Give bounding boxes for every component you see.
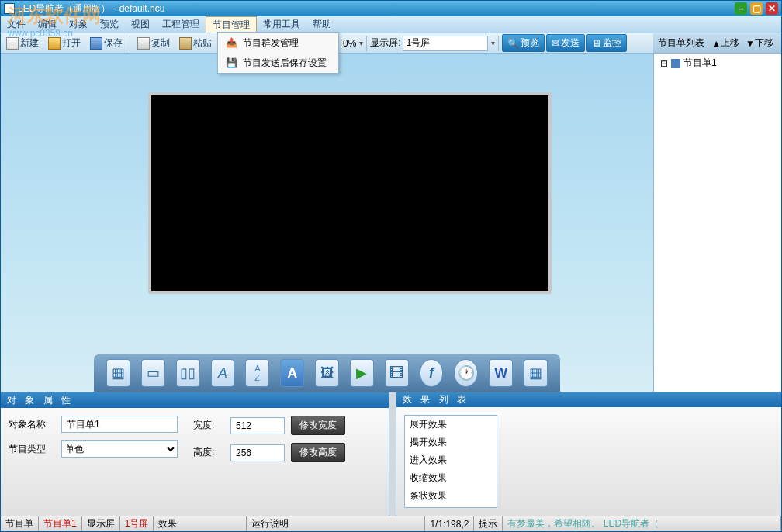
word-icon[interactable]: W bbox=[489, 359, 513, 387]
save-button[interactable]: 保存 bbox=[86, 34, 126, 52]
menu-help[interactable]: 帮助 bbox=[306, 16, 337, 33]
height-input[interactable] bbox=[230, 444, 285, 461]
envelope-icon: ✉ bbox=[552, 38, 559, 49]
new-button[interactable]: 新建 bbox=[2, 34, 43, 52]
main-area: ▦ ▭ ▯▯ A AZ A 🖼 ▶ 🎞 f 🕐 W ▦ ⊟ 节目单1 bbox=[1, 54, 781, 392]
status-effect: 效果 bbox=[154, 516, 247, 531]
menu-program[interactable]: 节目管理 bbox=[206, 16, 257, 33]
new-icon bbox=[6, 37, 19, 50]
move-down-button[interactable]: ▼下移 bbox=[742, 36, 777, 50]
chevron-down-icon[interactable]: ▾ bbox=[491, 39, 495, 47]
zoom-value: 0% bbox=[343, 38, 356, 49]
status-program-value: 节目单1 bbox=[39, 516, 82, 531]
status-marquee: 有梦最美，希望相随。 LED导航者（ bbox=[503, 516, 781, 531]
bottom-panels: 对 象 属 性 对象名称 节目类型 单色 宽 bbox=[1, 392, 781, 516]
window-title: LED导航者（通用版） --default.ncu bbox=[18, 2, 735, 16]
copy-icon bbox=[137, 37, 150, 50]
close-button[interactable]: ✕ bbox=[766, 2, 778, 15]
font-a-icon[interactable]: A bbox=[211, 359, 235, 387]
status-program-label: 节目单 bbox=[1, 516, 39, 531]
app-logo-icon bbox=[4, 3, 15, 14]
screen-select[interactable] bbox=[403, 36, 488, 51]
page-icon[interactable]: ▭ bbox=[141, 359, 165, 387]
maximize-button[interactable]: ▢ bbox=[750, 2, 763, 15]
folder-open-icon bbox=[48, 37, 61, 50]
menu-object[interactable]: 对象 bbox=[63, 16, 94, 33]
copy-button[interactable]: 复制 bbox=[133, 34, 174, 52]
paste-button[interactable]: 粘贴 bbox=[175, 34, 216, 52]
program-icon bbox=[671, 59, 680, 68]
type-select[interactable]: 单色 bbox=[61, 440, 178, 458]
led-screen-preview[interactable] bbox=[148, 92, 552, 294]
menu-item-label: 节目发送后保存设置 bbox=[243, 57, 327, 70]
name-input[interactable] bbox=[61, 416, 178, 433]
menu-item-broadcast[interactable]: 📤 节目群发管理 bbox=[218, 33, 338, 53]
font-bold-icon[interactable]: A bbox=[280, 359, 304, 387]
menu-item-save-after-send[interactable]: 💾 节目发送后保存设置 bbox=[218, 53, 338, 73]
send-button[interactable]: ✉发送 bbox=[546, 34, 585, 52]
programlist-title: 节目单列表 bbox=[658, 36, 704, 50]
chevron-down-icon[interactable]: ▾ bbox=[359, 39, 363, 47]
save-icon bbox=[90, 37, 102, 50]
status-run-desc: 运行说明 bbox=[247, 516, 425, 531]
menu-tools[interactable]: 常用工具 bbox=[257, 16, 306, 33]
menu-project[interactable]: 工程管理 bbox=[156, 16, 206, 33]
effect-list[interactable]: 展开效果 揭开效果 进入效果 收缩效果 条状效果 滚动效果 bbox=[404, 415, 497, 508]
film-icon[interactable]: 🎞 bbox=[385, 359, 409, 387]
status-screen-value: 1号屏 bbox=[120, 516, 154, 531]
tree-item-label: 节目单1 bbox=[683, 57, 717, 70]
statusbar: 节目单 节目单1 显示屏 1号屏 效果 运行说明 1/1:198,2 提示 有梦… bbox=[1, 516, 781, 531]
status-hint-label: 提示 bbox=[474, 516, 503, 531]
type-label: 节目类型 bbox=[9, 443, 55, 456]
width-input[interactable] bbox=[230, 417, 285, 434]
status-position: 1/1:198,2 bbox=[425, 516, 474, 531]
separator bbox=[130, 36, 130, 51]
separator bbox=[498, 36, 499, 51]
menu-view[interactable]: 视图 bbox=[125, 16, 156, 33]
flash-icon[interactable]: f bbox=[420, 359, 444, 387]
book-icon[interactable]: ▯▯ bbox=[176, 359, 200, 387]
object-dock: ▦ ▭ ▯▯ A AZ A 🖼 ▶ 🎞 f 🕐 W ▦ bbox=[94, 354, 560, 392]
preview-button[interactable]: 🔍预览 bbox=[502, 34, 545, 52]
paste-icon bbox=[179, 37, 192, 50]
modify-width-button[interactable]: 修改宽度 bbox=[291, 416, 345, 435]
open-button[interactable]: 打开 bbox=[44, 34, 85, 52]
menu-file[interactable]: 文件 bbox=[1, 16, 32, 33]
effect-item[interactable]: 收缩效果 bbox=[405, 469, 497, 487]
height-label: 高度: bbox=[193, 446, 224, 459]
play-icon[interactable]: ▶ bbox=[350, 359, 374, 387]
effect-item[interactable]: 揭开效果 bbox=[405, 434, 497, 451]
screen-label: 显示屏: bbox=[370, 36, 400, 50]
name-label: 对象名称 bbox=[9, 418, 55, 431]
effects-header: 效 果 列 表 bbox=[396, 392, 781, 407]
table-icon[interactable]: ▦ bbox=[524, 359, 548, 387]
menu-preview[interactable]: 预览 bbox=[94, 16, 125, 33]
image-icon[interactable]: 🖼 bbox=[315, 359, 339, 387]
effect-item[interactable]: 条状效果 bbox=[405, 487, 497, 505]
canvas-area[interactable]: ▦ ▭ ▯▯ A AZ A 🖼 ▶ 🎞 f 🕐 W ▦ bbox=[1, 54, 653, 392]
effect-item[interactable]: 进入效果 bbox=[405, 451, 497, 469]
monitor-icon: 🖥 bbox=[592, 38, 601, 49]
menubar: 文件 编辑 对象 预览 视图 工程管理 节目管理 常用工具 帮助 bbox=[1, 16, 781, 33]
separator bbox=[366, 36, 367, 51]
broadcast-icon: 📤 bbox=[223, 36, 240, 50]
monitor-button[interactable]: 🖥监控 bbox=[586, 34, 627, 52]
titlebar: LED导航者（通用版） --default.ncu – ▢ ✕ bbox=[1, 1, 781, 16]
effect-item[interactable]: 滚动效果 bbox=[405, 505, 497, 508]
tree-item-program[interactable]: ⊟ 节目单1 bbox=[654, 54, 781, 73]
minimize-button[interactable]: – bbox=[735, 2, 747, 15]
tree-icon: ⊟ bbox=[660, 58, 668, 69]
font-az-icon[interactable]: AZ bbox=[245, 359, 269, 387]
width-label: 宽度: bbox=[193, 419, 224, 432]
save-settings-icon: 💾 bbox=[223, 56, 240, 70]
modify-height-button[interactable]: 修改高度 bbox=[291, 443, 345, 462]
menu-edit[interactable]: 编辑 bbox=[32, 16, 63, 33]
program-list-panel: ⊟ 节目单1 bbox=[653, 54, 781, 392]
layout-icon[interactable]: ▦ bbox=[106, 359, 130, 387]
panel-splitter[interactable] bbox=[389, 392, 396, 516]
clock-icon[interactable]: 🕐 bbox=[454, 359, 478, 387]
props-header: 对 象 属 性 bbox=[1, 392, 389, 408]
effect-item[interactable]: 展开效果 bbox=[405, 416, 497, 434]
move-up-button[interactable]: ▲上移 bbox=[708, 36, 742, 50]
search-icon: 🔍 bbox=[507, 38, 519, 49]
